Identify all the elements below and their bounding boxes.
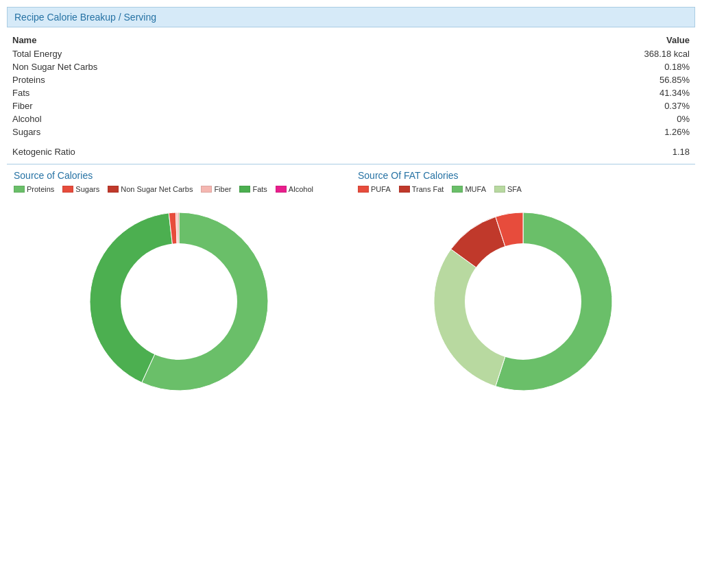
legend-item: Sugars: [62, 185, 99, 193]
row-name: Total Energy: [7, 47, 440, 60]
legend-color: [276, 186, 287, 193]
row-value: 368.18 kcal: [440, 47, 695, 60]
chart1-center-hole: [121, 243, 237, 360]
nutrient-table: Name Value Total Energy 368.18 kcalNon S…: [7, 33, 695, 158]
legend-item: Non Sugar Net Carbs: [108, 185, 193, 193]
table-row: Alcohol 0%: [7, 112, 695, 125]
table-row-separator: Ketogenic Ratio 1.18: [7, 138, 695, 158]
chart1-svg: [76, 199, 282, 404]
row-name: Proteins: [7, 73, 440, 86]
row-name: Fats: [7, 86, 440, 99]
legend-item: Fats: [239, 185, 267, 193]
table-row: Proteins 56.85%: [7, 73, 695, 86]
chart2-legend: PUFA Trans Fat MUFA SFA: [358, 185, 688, 193]
section-divider: [7, 164, 695, 164]
row-value: 56.85%: [440, 73, 695, 86]
charts-container: Source of Calories Proteins Sugars Non S…: [7, 170, 695, 404]
legend-color: [358, 186, 369, 193]
row-name: Non Sugar Net Carbs: [7, 60, 440, 73]
chart2-section: Source Of FAT Calories PUFA Trans Fat MU…: [351, 170, 695, 404]
chart1-section: Source of Calories Proteins Sugars Non S…: [7, 170, 351, 404]
legend-label: SFA: [507, 185, 522, 193]
row-value: 1.18: [440, 138, 695, 158]
row-name: Ketogenic Ratio: [7, 138, 440, 158]
col-value-header: Value: [440, 33, 695, 47]
legend-label: Proteins: [27, 185, 54, 193]
legend-color: [14, 186, 25, 193]
legend-label: MUFA: [465, 185, 486, 193]
legend-label: Non Sugar Net Carbs: [121, 185, 193, 193]
legend-item: PUFA: [358, 185, 391, 193]
table-row: Non Sugar Net Carbs 0.18%: [7, 60, 695, 73]
chart2-center-hole: [465, 243, 581, 360]
chart2-donut-wrapper: [358, 199, 688, 404]
legend-label: PUFA: [371, 185, 391, 193]
legend-color: [452, 186, 463, 193]
legend-color: [108, 186, 119, 193]
row-value: 0.18%: [440, 60, 695, 73]
table-row: Fats 41.34%: [7, 86, 695, 99]
chart1-title: Source of Calories: [14, 170, 344, 181]
chart2-title: Source Of FAT Calories: [358, 170, 688, 181]
legend-color: [62, 186, 73, 193]
row-value: 41.34%: [440, 86, 695, 99]
legend-item: Fiber: [201, 185, 231, 193]
legend-color: [239, 186, 250, 193]
chart1-legend: Proteins Sugars Non Sugar Net Carbs Fibe…: [14, 185, 344, 193]
legend-label: Alcohol: [289, 185, 313, 193]
table-row: Sugars 1.26%: [7, 125, 695, 138]
legend-item: Proteins: [14, 185, 54, 193]
legend-item: MUFA: [452, 185, 486, 193]
legend-label: Fiber: [214, 185, 231, 193]
row-name: Alcohol: [7, 112, 440, 125]
row-value: 1.26%: [440, 125, 695, 138]
legend-color: [494, 186, 505, 193]
legend-item: SFA: [494, 185, 522, 193]
row-value: 0.37%: [440, 99, 695, 112]
chart2-svg: [420, 199, 626, 404]
row-name: Fiber: [7, 99, 440, 112]
col-name-header: Name: [7, 33, 440, 47]
legend-label: Fats: [252, 185, 267, 193]
table-row: Total Energy 368.18 kcal: [7, 47, 695, 60]
legend-item: Alcohol: [276, 185, 313, 193]
chart1-donut-wrapper: [14, 199, 344, 404]
legend-color: [201, 186, 212, 193]
table-row: Fiber 0.37%: [7, 99, 695, 112]
row-name: Sugars: [7, 125, 440, 138]
legend-label: Sugars: [75, 185, 99, 193]
header-title: Recipe Calorie Breakup / Serving: [14, 12, 156, 23]
row-value: 0%: [440, 112, 695, 125]
section-header: Recipe Calorie Breakup / Serving: [7, 7, 695, 27]
legend-item: Trans Fat: [399, 185, 444, 193]
legend-color: [399, 186, 410, 193]
legend-label: Trans Fat: [412, 185, 444, 193]
